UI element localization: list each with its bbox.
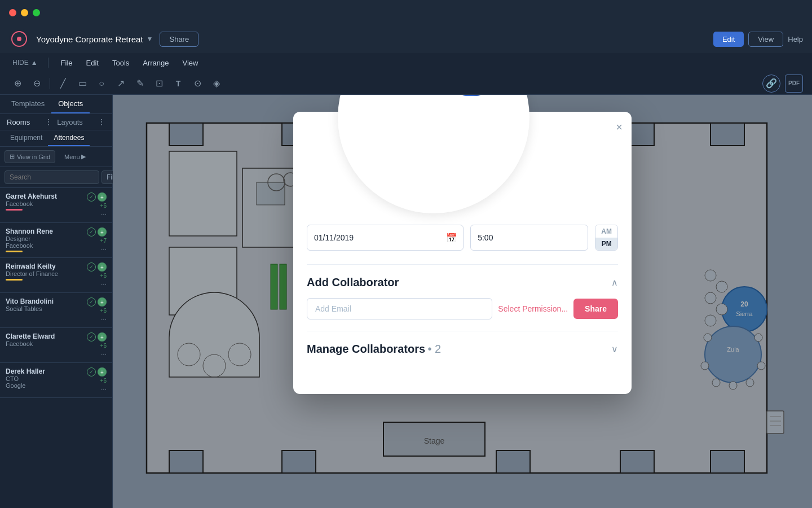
email-input[interactable] [307, 298, 492, 319]
menu-edit[interactable]: Edit [81, 56, 104, 69]
tab-objects[interactable]: Objects [51, 95, 90, 113]
search-input[interactable] [5, 170, 99, 184]
link-icon-button[interactable]: 🔗 [762, 75, 780, 93]
traffic-light-green[interactable] [33, 9, 40, 16]
circle-tool-button[interactable]: ○ [93, 75, 110, 92]
top-bar-right: Edit View Help [713, 32, 803, 47]
manage-count: • 2 [428, 343, 442, 355]
rooms-dots-button[interactable]: ⋮ [45, 117, 52, 126]
dropdown-arrow-icon[interactable]: ▼ [147, 35, 153, 43]
list-item[interactable]: Shannon Rene Designer Facebook ✓ + +7 ··… [0, 223, 112, 258]
view-in-grid-button[interactable]: ⊞ View in Grid [5, 150, 55, 163]
collapse-section-button[interactable]: ∧ [611, 277, 618, 288]
toolbar: ⊕ ⊖ ╱ ▭ ○ ↗ ✎ ⊡ T ⊙ ◈ 🔗 PDF [0, 72, 812, 95]
edit-button[interactable]: Edit [713, 32, 744, 47]
hide-button[interactable]: HIDE ▲ [9, 58, 41, 68]
manage-collaborators-section: Manage Collaborators • 2 ∨ [307, 343, 618, 365]
attendee-more-button[interactable]: ··· [101, 245, 107, 253]
help-button[interactable]: Help [788, 35, 803, 43]
list-item[interactable]: Reinwald Keilty Director of Finance ✓ + … [0, 258, 112, 293]
edit-tool-button[interactable]: ✎ [131, 75, 148, 92]
logo-icon [11, 31, 27, 47]
attendee-tag [6, 251, 23, 252]
menu-arrow-icon: ▶ [81, 153, 86, 160]
close-modal-button[interactable]: × [616, 121, 623, 134]
attendee-right: ✓ + +6 ··· [87, 367, 107, 393]
time-input[interactable]: 5:00 [471, 227, 583, 248]
list-item[interactable]: Garret Akehurst Facebook ✓ + +6 ··· [0, 188, 112, 223]
expand-manage-button[interactable]: ∨ [611, 344, 618, 354]
pen-tool-button[interactable]: ╱ [55, 75, 72, 92]
menu-view[interactable]: View [177, 56, 204, 69]
attendee-info: Reinwald Keilty Director of Finance [6, 262, 85, 281]
calendar-icon-button[interactable]: 📅 [440, 228, 463, 248]
main-content: Templates Objects Rooms ⋮ Layouts ⋮ Equi… [0, 95, 812, 508]
text-tool-button[interactable]: T [170, 75, 187, 92]
share-collaborator-button[interactable]: Share [573, 299, 618, 319]
modal-overlay: Share Event ⏰ Restrict Access On × 01/11… [113, 95, 812, 508]
restrict-access-toggle[interactable] [459, 95, 484, 96]
select-permission-button[interactable]: Select Permission... [498, 304, 568, 313]
menu-dropdown-button[interactable]: Menu ▶ [60, 151, 90, 163]
arrow-tool-button[interactable]: ↗ [112, 75, 129, 92]
attendee-count: +6 [100, 378, 107, 384]
pm-button[interactable]: PM [595, 238, 617, 250]
list-item[interactable]: Clarette Elward Facebook ✓ + +6 ··· [0, 328, 112, 363]
attendee-right: ✓ + +6 ··· [87, 297, 107, 323]
sub-tabs: Equipment Attendees [0, 130, 112, 147]
attendee-more-button[interactable]: ··· [101, 385, 107, 393]
attendee-right: ✓ + +6 ··· [87, 262, 107, 288]
date-input[interactable]: 01/11/2019 [307, 227, 440, 248]
layers-tool-button[interactable]: ◈ [208, 75, 225, 92]
attendee-more-button[interactable]: ··· [101, 350, 107, 358]
view-button[interactable]: View [748, 32, 783, 47]
plus-icon: + [98, 262, 107, 271]
person-tool-button[interactable]: ⊙ [189, 75, 206, 92]
menu-tools[interactable]: Tools [107, 56, 135, 69]
grid-icon: ⊞ [10, 153, 15, 160]
traffic-light-yellow[interactable] [21, 9, 28, 16]
attendee-info: Shannon Rene Designer Facebook [6, 227, 85, 252]
menu-arrange[interactable]: Arrange [137, 56, 174, 69]
attendee-more-button[interactable]: ··· [101, 315, 107, 323]
check-icon: ✓ [87, 332, 96, 341]
hide-chevron-icon: ▲ [31, 59, 38, 67]
pdf-button[interactable]: PDF [785, 75, 803, 93]
layouts-label: Layouts [57, 118, 83, 126]
rectangle-tool-button[interactable]: ▭ [74, 75, 91, 92]
check-icon: ✓ [87, 192, 96, 202]
attendee-right: ✓ + +6 ··· [87, 332, 107, 358]
menu-separator [48, 58, 48, 68]
traffic-light-red[interactable] [9, 9, 16, 16]
attendee-role: CTO [6, 375, 85, 382]
zoom-out-button[interactable]: ⊖ [28, 75, 45, 92]
date-input-wrapper: 01/11/2019 📅 [307, 225, 464, 251]
attendee-role: Social Tables [6, 305, 85, 312]
plus-icon: + [98, 297, 107, 306]
manage-title: Manage Collaborators [307, 343, 425, 355]
attendee-more-button[interactable]: ··· [101, 280, 107, 288]
attendee-name: Derek Haller [6, 367, 85, 375]
menu-file[interactable]: File [55, 56, 78, 69]
am-button[interactable]: AM [595, 225, 617, 238]
check-icon: ✓ [87, 297, 96, 306]
plus-icon: + [98, 227, 107, 237]
project-title-area: Yoyodyne Corporate Retreat ▼ [36, 34, 153, 44]
attendee-count: +6 [100, 308, 107, 314]
clock-icon-button[interactable]: 🕐 [583, 229, 588, 247]
add-collaborator-header: Add Collaborator ∧ [307, 276, 618, 289]
attendee-list: Garret Akehurst Facebook ✓ + +6 ··· Shan… [0, 188, 112, 508]
image-tool-button[interactable]: ⊡ [151, 75, 167, 92]
zoom-in-button[interactable]: ⊕ [9, 75, 26, 92]
list-item[interactable]: Vito Brandolini Social Tables ✓ + +6 ··· [0, 293, 112, 328]
attendee-more-button[interactable]: ··· [101, 210, 107, 218]
attendee-count: +6 [100, 203, 107, 209]
share-button[interactable]: Share [160, 32, 198, 47]
restrict-access-row: ⏰ Restrict Access On [360, 95, 507, 96]
tab-attendees[interactable]: Attendees [48, 130, 90, 146]
ampm-group: AM PM [595, 225, 618, 251]
list-item[interactable]: Derek Haller CTO Google ✓ + +6 ··· [0, 363, 112, 398]
layouts-dots-button[interactable]: ⋮ [98, 117, 105, 126]
tab-equipment[interactable]: Equipment [5, 130, 48, 146]
tab-templates[interactable]: Templates [5, 95, 51, 113]
